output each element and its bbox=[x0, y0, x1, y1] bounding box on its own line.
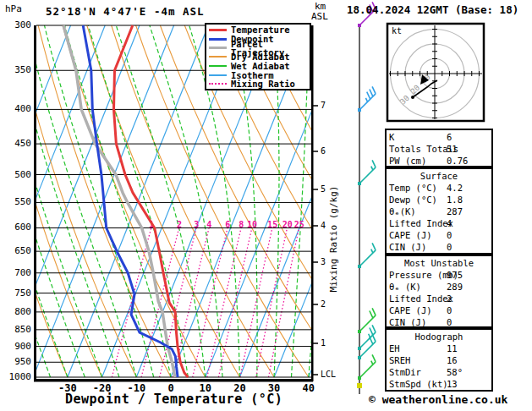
stat-value: 0 bbox=[447, 316, 489, 328]
stat-row: CIN (J)0 bbox=[389, 316, 489, 328]
stat-label: θₑ(K) bbox=[389, 206, 447, 217]
stat-label: CAPE (J) bbox=[389, 304, 447, 316]
temp-tick-label: -10 bbox=[119, 382, 153, 394]
pressure-tick-label: 700 bbox=[5, 267, 31, 278]
stat-row: K6 bbox=[389, 131, 489, 143]
pressure-tick-label: 400 bbox=[5, 103, 31, 114]
legend-line-sample bbox=[209, 29, 227, 31]
legend-item-label: Dry Adiabat bbox=[231, 52, 290, 61]
km-tick-label: 7 bbox=[321, 101, 326, 110]
km-tick-label: LCL bbox=[321, 370, 336, 379]
temp-tick-label: -20 bbox=[85, 382, 119, 394]
wind-barb bbox=[358, 86, 376, 112]
x-axis-line bbox=[34, 379, 313, 382]
stat-value: 1.8 bbox=[447, 194, 489, 206]
stat-label: CIN (J) bbox=[389, 241, 447, 253]
wind-barb-station-dot bbox=[358, 24, 361, 27]
mixing-ratio-line bbox=[207, 228, 241, 378]
stat-value: 51 bbox=[447, 143, 489, 155]
hodograph-unit-label: kt bbox=[392, 26, 402, 36]
stat-row: CAPE (J)0 bbox=[389, 229, 489, 241]
wind-barb-station-dot bbox=[358, 265, 361, 268]
stat-value: 13 bbox=[447, 378, 489, 390]
surface-stats-box: Surface Temp (°C)4.2Dewp (°C)1.8θₑ(K)287… bbox=[385, 167, 493, 255]
temp-tick-label: 10 bbox=[189, 382, 222, 394]
stat-label: EH bbox=[389, 342, 447, 354]
legend-item-label: Mixing Ratio bbox=[231, 79, 295, 88]
stat-row: StmSpd (kt)13 bbox=[389, 378, 489, 390]
temp-tick-label: 20 bbox=[222, 382, 256, 394]
stat-label: Totals Totals bbox=[389, 143, 447, 155]
pressure-tick-label: 600 bbox=[5, 222, 31, 233]
most-unstable-stats-box: Most Unstable Pressure (mb)975θₑ (K)289L… bbox=[385, 255, 493, 328]
wind-barb-station-dot bbox=[358, 330, 361, 333]
pressure-tick-label: 450 bbox=[5, 138, 31, 149]
stat-value: 287 bbox=[447, 206, 489, 217]
pressure-tick-label: 650 bbox=[5, 245, 31, 256]
wind-barb bbox=[358, 308, 376, 333]
stat-label: StmSpd (kt) bbox=[389, 378, 447, 390]
stat-row: Pressure (mb)975 bbox=[389, 269, 489, 281]
legend-item-label: Temperature bbox=[231, 25, 290, 34]
stat-label: K bbox=[389, 131, 447, 143]
temp-tick-label: 40 bbox=[292, 382, 326, 394]
km-tick-label: 1 bbox=[321, 338, 326, 348]
stat-row: StmDir58° bbox=[389, 366, 489, 378]
pressure-tick-label: 350 bbox=[5, 64, 31, 75]
pressure-tick-label: 550 bbox=[5, 196, 31, 207]
stat-value: 16 bbox=[447, 354, 489, 366]
pressure-tick-label: 800 bbox=[5, 306, 31, 317]
stat-label: PW (cm) bbox=[389, 155, 447, 167]
stat-value: 2 bbox=[447, 293, 489, 304]
stat-label: CIN (J) bbox=[389, 316, 447, 328]
stat-value: 58° bbox=[447, 366, 489, 378]
wind-barb-station-dot bbox=[358, 182, 361, 185]
stat-row: PW (cm)0.76 bbox=[389, 155, 489, 167]
legend-line-sample bbox=[209, 56, 227, 58]
legend-item: Wet Adiabat bbox=[209, 62, 310, 71]
wind-barb-station-dot bbox=[358, 108, 361, 112]
pressure-tick-label: 750 bbox=[5, 288, 31, 299]
stat-value: 289 bbox=[447, 281, 489, 293]
legend-item-label: Isotherm bbox=[231, 71, 274, 79]
stat-label: Lifted Index bbox=[389, 217, 447, 229]
pressure-tick-label: 950 bbox=[5, 356, 31, 367]
wind-barb-station-dot bbox=[358, 347, 361, 350]
temp-tick-label: 30 bbox=[257, 382, 291, 394]
hodograph-stats-box: Hodograph EH11SREH16StmDir58°StmSpd (kt)… bbox=[385, 328, 493, 392]
temp-tick-label: -30 bbox=[51, 382, 85, 394]
datetime-label: 18.04.2024 12GMT (Base: 18) bbox=[347, 3, 518, 16]
y-axis-line bbox=[34, 25, 36, 381]
stat-row: SREH16 bbox=[389, 354, 489, 366]
stat-label: Lifted Index bbox=[389, 293, 447, 304]
sounding-profiles bbox=[63, 25, 188, 377]
legend-line-sample bbox=[209, 47, 227, 49]
stat-value: 975 bbox=[447, 269, 489, 281]
stat-label: CAPE (J) bbox=[389, 229, 447, 241]
stat-value: 0 bbox=[447, 241, 489, 253]
km-tick-label: 3 bbox=[321, 257, 326, 266]
hodograph-stats-title: Hodograph bbox=[389, 331, 489, 342]
stat-row: Lifted Index4 bbox=[389, 217, 489, 229]
km-tick-label: 2 bbox=[321, 299, 326, 309]
wind-barb-station-dot bbox=[358, 356, 361, 359]
stat-value: 6 bbox=[447, 131, 489, 143]
stat-label: SREH bbox=[389, 354, 447, 366]
pressure-unit-label: hPa bbox=[5, 3, 22, 14]
right-border-line bbox=[311, 25, 314, 381]
temp-tick-label: 0 bbox=[154, 382, 188, 394]
asl-unit-label: ASL bbox=[311, 11, 328, 22]
surface-stats-title: Surface bbox=[389, 170, 489, 182]
skewt-sounding-page: 12346810152025102030 hPa 52°18'N 4°47'E … bbox=[0, 0, 532, 411]
stat-label: Temp (°C) bbox=[389, 182, 447, 194]
legend: TemperatureDewpointParcel TrajectoryDry … bbox=[205, 23, 311, 90]
wind-barb bbox=[358, 325, 376, 350]
km-tick-label: 4 bbox=[321, 221, 326, 230]
surface-wind-marker bbox=[357, 383, 362, 388]
wind-barb-station-dot bbox=[358, 376, 361, 380]
stat-row: θₑ (K)289 bbox=[389, 281, 489, 293]
stat-row: Temp (°C)4.2 bbox=[389, 182, 489, 194]
stat-row: θₑ(K)287 bbox=[389, 206, 489, 217]
stat-value: 4 bbox=[447, 217, 489, 229]
stat-label: StmDir bbox=[389, 366, 447, 378]
